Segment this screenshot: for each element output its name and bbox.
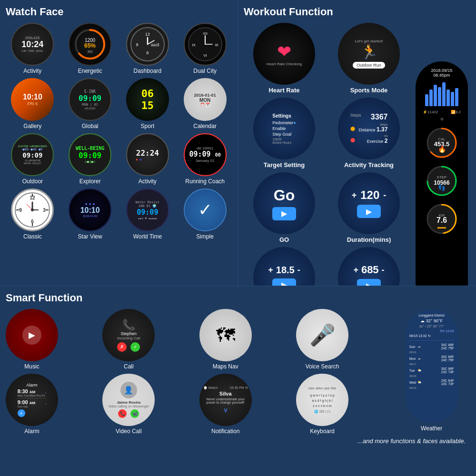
smart-item-alarm[interactable]: Alarm 8:30 AM Mon,Tue,Wed,Thu,Fri › 9:00 [6, 374, 58, 435]
report-date: 2018.09/15 [431, 68, 452, 73]
watch-label-calendar: Calendar [193, 123, 217, 129]
workout-label-target-setting: Target Setting [264, 161, 305, 169]
smart-item-maps[interactable]: 🗺 Maps Nav [199, 309, 252, 370]
workout-label-go: GO [279, 236, 289, 243]
watch-label-dual-city: Dual City [193, 68, 217, 74]
workout-label-activity-tracking: Activity Tracking [344, 161, 394, 169]
smart-label-voice: Voice Search [306, 363, 339, 370]
workout-report-col: 2018.09/15 06:45pm [413, 23, 470, 318]
watch-label-running-coach: Running Coach [185, 178, 225, 185]
watch-item-calendar[interactable]: 2016-01-01 MON ⏰ 📅 Calendar [178, 78, 232, 129]
watch-label-activity2: Activity [139, 178, 157, 185]
watch-label-activity: Activity [23, 68, 41, 74]
smart-item-keyboard[interactable]: can also use the q w e r t y u i o p a s… [296, 374, 348, 435]
watch-label-energetic: Energetic [78, 68, 102, 74]
svg-text:9: 9 [20, 208, 22, 213]
workout-label-duration: Duration(mins) [347, 236, 391, 243]
watch-item-energetic[interactable]: 1200 65% 360 Energetic [63, 23, 117, 74]
smart-title: Smart Function [6, 292, 470, 304]
svg-text:65%: 65% [84, 42, 96, 49]
svg-text:WED: WED [151, 44, 158, 47]
wf-activity-time: 10:24 [21, 40, 43, 50]
watch-item-dashboard[interactable]: 12 6 9 3 WED Dashboa [121, 23, 175, 74]
smart-label-alarm: Alarm [24, 428, 39, 435]
watch-label-gallery: Gallery [23, 123, 41, 129]
watch-label-simple: Simple [196, 233, 214, 240]
watch-item-running-coach[interactable]: •80 100001 09:09 00 January 01 Running C… [178, 133, 232, 185]
watch-item-world-time[interactable]: Water Resist JAN 01 🌍 09:09 ◈◈% ♥ ◈◈◈◈◈ … [121, 188, 175, 240]
watch-label-dashboard: Dashboard [134, 68, 162, 74]
workout-section: Workout Function ❤ Heart Rate Checking H… [238, 0, 476, 324]
workout-item-duration[interactable]: + 120 - ▶ Duration(mins) [328, 172, 409, 243]
svg-text:3: 3 [43, 208, 46, 213]
workout-label-sports-mode: Sports Mode [350, 87, 388, 94]
svg-text:IX: IX [192, 43, 196, 47]
workout-item-target-setting[interactable]: Settings Pedometer● Enable Step Goal [244, 98, 325, 169]
smart-item-video-call[interactable]: 👤 Jaime Rovira Video calling on Messenge… [102, 374, 155, 435]
watch-item-activity[interactable]: ZEBLAZE 10:24 2457006100% Activity [6, 23, 60, 74]
smart-item-music[interactable]: ▶ Music [6, 309, 58, 370]
smart-item-voice[interactable]: 🎤 Voice Search [296, 309, 348, 370]
svg-text:7.6: 7.6 [436, 216, 447, 224]
report-time: 06:45pm [431, 73, 452, 78]
svg-text:6: 6 [146, 50, 149, 55]
svg-text:360: 360 [87, 50, 93, 53]
smart-item-notification[interactable]: ⌚ Watch09:38 PM ✉ Silva Never underestim… [199, 374, 252, 435]
workout-label-heart-rate: Heart Rate [268, 87, 299, 94]
watch-item-outdoor[interactable]: ELECTRO LUMINESCENCE ●80 ●A0 ●D 09:09 IL… [6, 133, 60, 185]
svg-text:▬▬: ▬▬ [437, 225, 446, 229]
smart-label-keyboard: Keyboard [310, 428, 334, 435]
watch-item-simple[interactable]: ✓ Simple [178, 188, 232, 240]
smart-label-notification: Notification [211, 428, 239, 435]
svg-text:XII: XII [203, 31, 208, 36]
smart-item-call[interactable]: 📞 Stephen Incoming Call ✗ ✓ Call [102, 309, 155, 370]
smart-label-call: Call [124, 363, 134, 370]
watch-label-sport: Sport [141, 123, 155, 129]
smart-label-video-call: Video Call [116, 428, 141, 435]
workout-item-sports-mode[interactable]: Let's get started! 🏃 Outdoor Run Sports … [328, 23, 409, 94]
watch-item-star-view[interactable]: ★ ★ ★ 10:10 2018-01-05 Star View [63, 188, 117, 240]
watch-item-sport[interactable]: 06 15 Sport [121, 78, 175, 129]
watch-item-global[interactable]: E-INK 09:09 MON | 01 WR100M Global [63, 78, 117, 129]
svg-text:🔥: 🔥 [438, 145, 446, 153]
watch-label-star-view: Star View [78, 233, 102, 240]
watch-face-section: Watch Face ZEBLAZE 10:24 2457006100% Act… [0, 0, 238, 324]
watch-item-explorer[interactable]: WELL-BEING 09:09 ○●|●○ Explorer [63, 133, 117, 185]
smart-section: Smart Function ▶ Music 📞 Stephen Incomin… [0, 286, 476, 476]
workout-item-heart-rate[interactable]: ❤ Heart Rate Checking Heart Rate [244, 23, 325, 94]
smart-item-weather-pill[interactable]: Longgand District ☁ 32° 90°F 32° / 25° 9… [393, 309, 470, 435]
watch-label-world-time: World Time [133, 233, 162, 240]
svg-text:9: 9 [136, 42, 138, 47]
smart-label-music: Music [24, 363, 39, 370]
smart-label-maps: Maps Nav [213, 363, 238, 370]
watch-item-dual-city[interactable]: XII III VI IX Dual City [178, 23, 232, 74]
wf-activity-brand: ZEBLAZE [21, 36, 43, 40]
svg-text:12: 12 [145, 32, 150, 37]
watch-label-outdoor: Outdoor [22, 178, 43, 185]
smart-label-weather: Weather [421, 425, 442, 432]
watch-item-gallery[interactable]: 10:10 FRI 6 Gallery [6, 78, 60, 129]
workout-title: Workout Function [244, 6, 470, 18]
svg-text:👣: 👣 [438, 184, 446, 192]
watch-label-classic: Classic [23, 233, 42, 240]
more-text: ...and more functions & faces available. [6, 437, 470, 445]
svg-text:VI: VI [203, 53, 207, 58]
watch-item-classic[interactable]: 12 3 6 9 [6, 188, 60, 240]
watch-label-explorer: Explorer [79, 178, 101, 185]
svg-point-33 [31, 208, 34, 211]
workout-item-go[interactable]: Go ▶ GO [244, 172, 325, 243]
workout-item-activity-tracking[interactable]: Steps 3367 steps ⬤ Distance 1.37 mi [328, 98, 409, 169]
watch-label-global: Global [82, 123, 99, 129]
watch-face-title: Watch Face [6, 6, 232, 18]
svg-text:STEP: STEP [437, 175, 447, 179]
watch-item-activity2[interactable]: 22:24 ● ● Activity [121, 133, 175, 185]
svg-text:III: III [215, 43, 218, 47]
